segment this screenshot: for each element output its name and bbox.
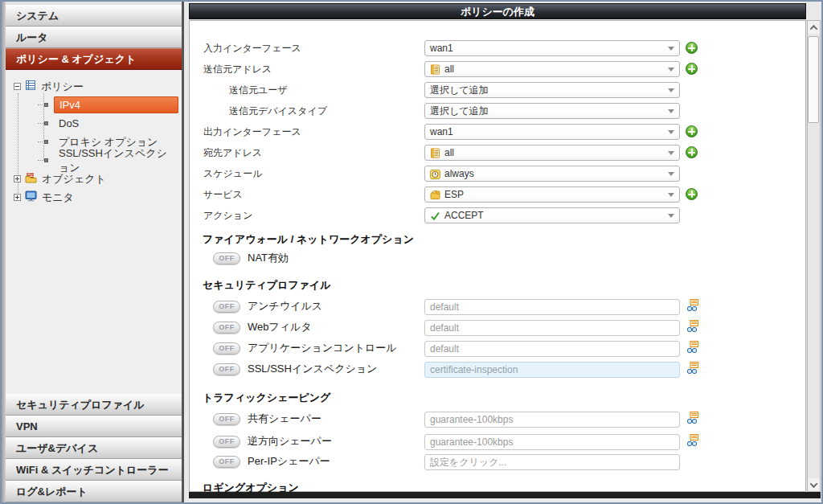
- web-filter-label: Webフィルタ: [248, 320, 312, 336]
- collapse-minus-icon[interactable]: [14, 83, 21, 90]
- tree-node-policy[interactable]: ポリシー: [6, 77, 182, 96]
- web-filter-toggle[interactable]: OFF: [213, 322, 240, 334]
- incoming-interface-select[interactable]: wan1: [424, 40, 680, 56]
- expand-plus-icon[interactable]: [14, 194, 21, 201]
- add-service-button[interactable]: [686, 188, 698, 200]
- reverse-shaper-toggle[interactable]: OFF: [213, 436, 240, 448]
- field-value: ACCEPT: [444, 210, 484, 221]
- add-interface-button[interactable]: [686, 42, 698, 54]
- tree-leaf-ipv4[interactable]: IPv4: [6, 96, 182, 114]
- expand-plus-icon[interactable]: [14, 175, 21, 182]
- add-destination-address-button[interactable]: [686, 146, 698, 158]
- source-device-type-label: 送信元デバイスタイプ: [229, 103, 327, 119]
- policy-list-icon: [25, 80, 36, 93]
- tree-node-monitor[interactable]: モニタ: [6, 188, 182, 207]
- ssl-ssh-inspection-toggle[interactable]: OFF: [213, 363, 240, 375]
- view-shaper-icon[interactable]: [686, 434, 699, 447]
- tree-leaf-ssl-ssh-inspection[interactable]: SSL/SSHインスペクション: [6, 151, 182, 170]
- source-address-select[interactable]: all: [424, 61, 680, 77]
- schedule-clock-icon: [430, 169, 440, 179]
- web-filter-profile-input[interactable]: default: [424, 320, 680, 336]
- sidebar-item-router[interactable]: ルータ: [6, 27, 182, 48]
- chevron-down-icon: [668, 172, 674, 176]
- tree-node-objects[interactable]: オブジェクト: [6, 170, 182, 188]
- sidebar-item-policy-objects[interactable]: ポリシー & オブジェクト: [6, 48, 182, 70]
- schedule-select[interactable]: always: [424, 166, 680, 182]
- sidebar-item-system[interactable]: システム: [6, 5, 182, 27]
- tree-bullet-icon: [44, 158, 48, 162]
- tree-bullet-icon: [44, 103, 48, 107]
- action-label: アクション: [203, 207, 252, 223]
- address-book-icon: [430, 64, 440, 75]
- tree-leaf-label: IPv4: [54, 96, 178, 113]
- accept-check-icon: [430, 211, 440, 221]
- ssl-ssh-inspection-profile-input[interactable]: certificate-inspection: [424, 362, 680, 378]
- view-profile-icon[interactable]: [686, 299, 699, 312]
- section-title-security-profiles: セキュリティプロファイル: [203, 278, 331, 293]
- service-icon: [430, 190, 440, 200]
- chevron-down-icon: [668, 214, 674, 218]
- shared-shaper-label: 共有シェーパー: [248, 412, 321, 428]
- per-ip-shaper-input[interactable]: 設定をクリック...: [424, 454, 680, 470]
- field-value: always: [444, 168, 474, 179]
- tree-bullet-icon: [44, 121, 48, 125]
- antivirus-toggle[interactable]: OFF: [213, 301, 240, 313]
- sidebar-item-user-device[interactable]: ユーザ&デバイス: [6, 437, 182, 459]
- chevron-down-icon: [668, 130, 674, 134]
- destination-address-select[interactable]: all: [424, 145, 680, 161]
- reverse-shaper-input[interactable]: guarantee-100kbps: [424, 434, 680, 450]
- ssl-ssh-inspection-label: SSL/SSHインスペクション: [248, 362, 377, 378]
- source-device-type-select[interactable]: 選択して追加: [424, 103, 680, 119]
- scroll-up-button[interactable]: [808, 21, 820, 34]
- scrollbar-thumb[interactable]: [808, 36, 819, 123]
- chevron-down-icon: [668, 193, 674, 197]
- view-profile-icon[interactable]: [686, 320, 699, 333]
- chevron-down-icon: [668, 47, 674, 51]
- add-interface-button[interactable]: [686, 125, 698, 137]
- chevron-down-icon: [668, 88, 674, 92]
- per-ip-shaper-label: Per-IPシェーパー: [248, 454, 330, 470]
- app-window: システム ルータ ポリシー & オブジェクト ポリシー IPv4: [0, 0, 823, 504]
- view-profile-icon[interactable]: [686, 341, 699, 354]
- field-value: all: [444, 64, 454, 75]
- objects-folder-icon: [25, 172, 37, 186]
- view-shaper-icon[interactable]: [686, 412, 699, 424]
- address-book-icon: [430, 148, 440, 158]
- shared-shaper-toggle[interactable]: OFF: [213, 413, 240, 425]
- source-user-select[interactable]: 選択して追加: [424, 82, 680, 98]
- sidebar-tree: ポリシー IPv4 DoS プロキシ オプション SSL/SSHインスペクション: [6, 70, 182, 394]
- field-value: all: [444, 147, 454, 158]
- sidebar-item-log-report[interactable]: ログ&レポート: [6, 481, 182, 502]
- main-panel: ポリシーの作成 入力インターフェース wan1 送信元アドレス all 送信元ユ…: [186, 2, 821, 502]
- antivirus-profile-input[interactable]: default: [424, 299, 680, 315]
- nat-toggle[interactable]: OFF: [213, 252, 240, 264]
- view-profile-icon[interactable]: [686, 362, 699, 375]
- action-select[interactable]: ACCEPT: [424, 207, 680, 223]
- service-label: サービス: [203, 186, 243, 203]
- sidebar-item-wifi-switch-controller[interactable]: WiFi & スイッチコントローラー: [6, 459, 182, 481]
- field-value: wan1: [430, 43, 453, 54]
- field-value: 選択して追加: [430, 104, 489, 118]
- incoming-interface-label: 入力インターフェース: [203, 40, 301, 56]
- application-control-toggle[interactable]: OFF: [213, 342, 240, 354]
- tree-node-label: ポリシー: [41, 80, 84, 94]
- service-select[interactable]: ESP: [424, 186, 680, 203]
- reverse-shaper-label: 逆方向シェーパー: [248, 434, 332, 450]
- scroll-down-button[interactable]: [808, 478, 820, 491]
- schedule-label: スケジュール: [203, 166, 262, 182]
- page-title: ポリシーの作成: [189, 3, 806, 19]
- vertical-scrollbar[interactable]: [807, 20, 821, 492]
- sidebar-item-vpn[interactable]: VPN: [6, 416, 182, 437]
- outgoing-interface-select[interactable]: wan1: [424, 124, 680, 140]
- nat-enabled-label: NAT有効: [248, 251, 289, 267]
- shared-shaper-input[interactable]: guarantee-100kbps: [424, 412, 680, 428]
- per-ip-shaper-toggle[interactable]: OFF: [213, 456, 240, 468]
- sidebar-item-security-profiles[interactable]: セキュリティプロファイル: [6, 394, 182, 416]
- field-value: 選択して追加: [430, 84, 489, 97]
- application-control-profile-input[interactable]: default: [424, 341, 680, 357]
- tree-leaf-dos[interactable]: DoS: [6, 114, 182, 133]
- add-source-address-button[interactable]: [686, 63, 698, 75]
- chevron-down-icon: [810, 480, 818, 488]
- application-control-label: アプリケーションコントロール: [248, 341, 397, 357]
- chevron-down-icon: [668, 109, 674, 113]
